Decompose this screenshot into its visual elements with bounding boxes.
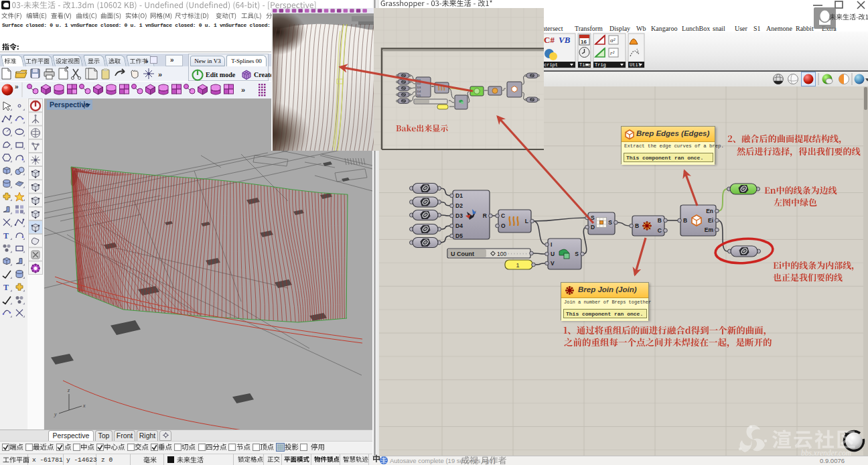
svg-text:R: R [483,212,487,219]
svg-text:Util: Util [630,62,641,68]
svg-text:C#: C# [544,35,555,45]
svg-text:D1: D1 [455,192,463,199]
svg-text:B: B [658,217,662,224]
svg-text:α²: α² [610,37,616,44]
svg-text:En: En [706,208,713,214]
svg-text:D2: D2 [417,82,421,85]
svg-text:1: 1 [516,262,519,269]
svg-text:16: 16 [581,39,587,45]
svg-text:S: S [591,214,595,221]
svg-text:C: C [501,212,505,219]
svg-text:D3: D3 [455,212,463,219]
svg-text:»: » [158,70,162,78]
svg-text:D4: D4 [455,222,463,229]
svg-text:T: T [3,231,9,241]
svg-text:Em: Em [705,226,714,233]
svg-text:»: » [241,86,245,94]
svg-text:D4: D4 [417,90,421,93]
svg-text:D2: D2 [455,202,463,209]
svg-text:S: S [575,251,579,257]
svg-text:cript: cript [544,62,558,68]
svg-text:r²: r² [610,50,615,56]
svg-text:y: y [54,411,57,417]
svg-text:»: » [15,83,19,90]
svg-text:VB: VB [559,35,571,45]
svg-text:Trig: Trig [595,62,606,68]
svg-text:U: U [551,251,555,257]
svg-text:U Count: U Count [451,251,474,257]
svg-text:z: z [67,387,70,393]
svg-text:C: C [658,227,662,234]
svg-text:I: I [551,241,552,248]
svg-text:B: B [635,222,639,229]
svg-text:D1: D1 [417,78,421,82]
svg-text:S: S [608,219,612,226]
svg-text:Time: Time [579,62,591,68]
svg-text:O: O [501,222,506,229]
svg-text:D: D [591,224,595,230]
svg-text:V: V [551,260,555,267]
svg-text:T: T [3,283,9,292]
svg-text:D5: D5 [455,232,463,239]
svg-text:L: L [525,218,528,224]
svg-text:Ei: Ei [708,217,713,224]
svg-text:B: B [683,217,687,224]
svg-text:D5: D5 [417,94,421,97]
svg-text:D3: D3 [417,86,421,89]
svg-text:x: x [82,403,86,409]
svg-text:100: 100 [497,251,506,257]
